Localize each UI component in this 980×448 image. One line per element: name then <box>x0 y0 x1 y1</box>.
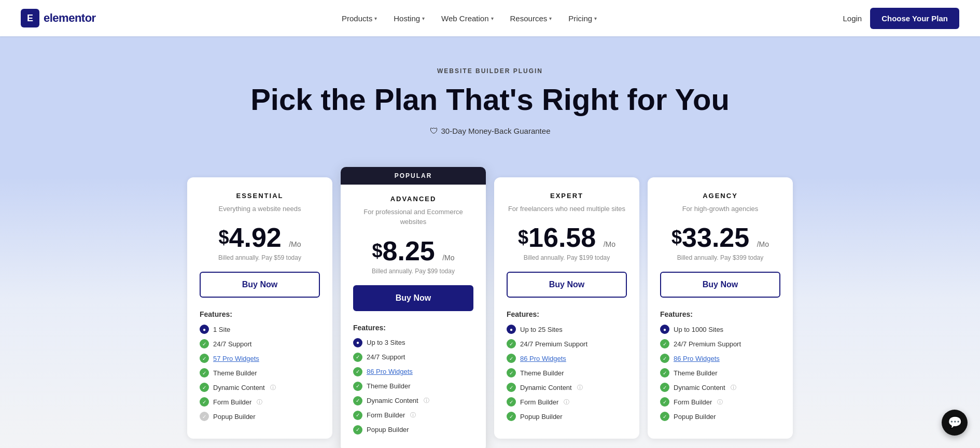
chat-button[interactable]: 💬 <box>942 410 968 436</box>
feature-check-icon: ● <box>353 338 362 347</box>
info-icon: ⓘ <box>731 384 736 391</box>
info-icon: ⓘ <box>410 411 416 419</box>
features-label: Features: <box>507 310 627 318</box>
feature-item: ● Up to 3 Sites <box>353 338 473 347</box>
plan-price: $4.92 <box>218 222 289 253</box>
logo-text: elementor <box>44 11 96 25</box>
feature-check-icon: ✓ <box>200 412 209 421</box>
feature-link[interactable]: 86 Pro Widgets <box>674 355 720 362</box>
feature-check-icon: ✓ <box>507 397 516 407</box>
nav-web-creation[interactable]: Web Creation ▾ <box>434 10 500 27</box>
chevron-down-icon: ▾ <box>594 16 597 21</box>
plan-name: EXPERT <box>507 192 627 200</box>
info-icon: ⓘ <box>577 384 583 391</box>
plan-price-row: $16.58 /Mo <box>507 224 627 251</box>
feature-item: ● Up to 1000 Sites <box>660 325 780 334</box>
chevron-down-icon: ▾ <box>422 16 425 21</box>
feature-check-icon: ✓ <box>507 368 516 377</box>
feature-item: ✓ 24/7 Support <box>353 353 473 362</box>
feature-item: ✓ 86 Pro Widgets <box>353 367 473 376</box>
chevron-down-icon: ▾ <box>549 16 552 21</box>
info-icon: ⓘ <box>564 398 569 406</box>
plan-name: ESSENTIAL <box>200 192 320 200</box>
hero-title: Pick the Plan That's Right for You <box>21 83 959 116</box>
feature-item: ✓ Theme Builder <box>200 368 320 377</box>
plan-billing: Billed annually. Pay $199 today <box>507 254 627 261</box>
buy-button-expert[interactable]: Buy Now <box>507 272 627 298</box>
feature-check-icon: ✓ <box>660 383 669 392</box>
plan-card-essential: ESSENTIALEverything a website needs $4.9… <box>187 177 332 439</box>
plan-desc: For high-growth agencies <box>660 204 780 214</box>
plan-price-row: $8.25 /Mo <box>353 237 473 264</box>
feature-check-icon: ✓ <box>507 354 516 363</box>
feature-link[interactable]: 57 Pro Widgets <box>213 355 259 362</box>
feature-item: ✓ Popup Builder <box>353 425 473 435</box>
feature-check-icon: ✓ <box>660 412 669 421</box>
nav-resources[interactable]: Resources ▾ <box>503 10 559 27</box>
login-button[interactable]: Login <box>843 14 862 23</box>
features-label: Features: <box>353 324 473 332</box>
feature-item: ✓ 57 Pro Widgets <box>200 354 320 363</box>
choose-plan-button[interactable]: Choose Your Plan <box>870 8 959 29</box>
feature-item: ✓ Theme Builder <box>660 368 780 377</box>
hero-section: WEBSITE BUILDER PLUGIN Pick the Plan Tha… <box>0 36 980 177</box>
buy-button-advanced[interactable]: Buy Now <box>353 285 473 311</box>
plan-desc: For freelancers who need multiple sites <box>507 204 627 214</box>
feature-check-icon: ● <box>660 325 669 334</box>
plan-billing: Billed annually. Pay $399 today <box>660 254 780 261</box>
feature-item: ✓ 24/7 Premium Support <box>507 339 627 348</box>
feature-check-icon: ● <box>507 325 516 334</box>
navbar: E elementor Products ▾ Hosting ▾ Web Cre… <box>0 0 980 36</box>
feature-item: ✓ Dynamic Contentⓘ <box>200 383 320 392</box>
feature-check-icon: ✓ <box>200 397 209 407</box>
plan-billing: Billed annually. Pay $59 today <box>200 254 320 261</box>
feature-check-icon: ✓ <box>200 383 209 392</box>
shield-icon: 🛡 <box>430 127 438 136</box>
feature-link[interactable]: 86 Pro Widgets <box>520 355 566 362</box>
feature-item: ● Up to 25 Sites <box>507 325 627 334</box>
feature-check-icon: ✓ <box>507 383 516 392</box>
feature-item: ✓ Popup Builder <box>507 412 627 421</box>
feature-link[interactable]: 86 Pro Widgets <box>367 368 413 375</box>
feature-item: ✓ Form Builderⓘ <box>200 397 320 407</box>
feature-item: ✓ Theme Builder <box>353 382 473 391</box>
feature-check-icon: ✓ <box>200 368 209 377</box>
feature-check-icon: ✓ <box>660 339 669 348</box>
info-icon: ⓘ <box>270 384 276 391</box>
feature-item: ✓ 86 Pro Widgets <box>660 354 780 363</box>
plan-price: $33.25 <box>671 222 757 253</box>
plan-card-agency: AGENCYFor high-growth agencies $33.25 /M… <box>648 177 793 439</box>
nav-pricing[interactable]: Pricing ▾ <box>561 10 604 27</box>
plan-card-expert: EXPERTFor freelancers who need multiple … <box>494 177 639 439</box>
nav-hosting[interactable]: Hosting ▾ <box>386 10 432 27</box>
plan-desc: For professional and Ecommerce websites <box>353 207 473 227</box>
nav-links: Products ▾ Hosting ▾ Web Creation ▾ Reso… <box>334 10 604 27</box>
feature-item: ✓ Theme Builder <box>507 368 627 377</box>
hero-eyebrow: WEBSITE BUILDER PLUGIN <box>21 67 959 75</box>
logo[interactable]: E elementor <box>21 9 96 27</box>
buy-button-agency[interactable]: Buy Now <box>660 272 780 298</box>
info-icon: ⓘ <box>257 398 262 406</box>
features-label: Features: <box>200 310 320 318</box>
feature-check-icon: ✓ <box>353 411 362 420</box>
feature-check-icon: ✓ <box>507 339 516 348</box>
feature-check-icon: ✓ <box>660 354 669 363</box>
feature-item: ✓ Form Builderⓘ <box>660 397 780 407</box>
nav-products[interactable]: Products ▾ <box>334 10 384 27</box>
guarantee-badge: 🛡 30-Day Money-Back Guarantee <box>430 127 551 136</box>
feature-check-icon: ✓ <box>507 412 516 421</box>
feature-item: ✓ Popup Builder <box>660 412 780 421</box>
pricing-section: ESSENTIALEverything a website needs $4.9… <box>0 177 980 448</box>
feature-item: ✓ 24/7 Support <box>200 339 320 348</box>
feature-check-icon: ✓ <box>353 382 362 391</box>
chevron-down-icon: ▾ <box>374 16 377 21</box>
plan-billing: Billed annually. Pay $99 today <box>353 268 473 275</box>
logo-icon: E <box>21 9 39 27</box>
buy-button-essential[interactable]: Buy Now <box>200 272 320 298</box>
feature-item: ✓ 24/7 Premium Support <box>660 339 780 348</box>
info-icon: ⓘ <box>717 398 723 406</box>
feature-item: ✓ Form Builderⓘ <box>507 397 627 407</box>
plans-container: ESSENTIALEverything a website needs $4.9… <box>179 177 801 448</box>
feature-item: ✓ 86 Pro Widgets <box>507 354 627 363</box>
guarantee-text: 30-Day Money-Back Guarantee <box>441 127 551 135</box>
